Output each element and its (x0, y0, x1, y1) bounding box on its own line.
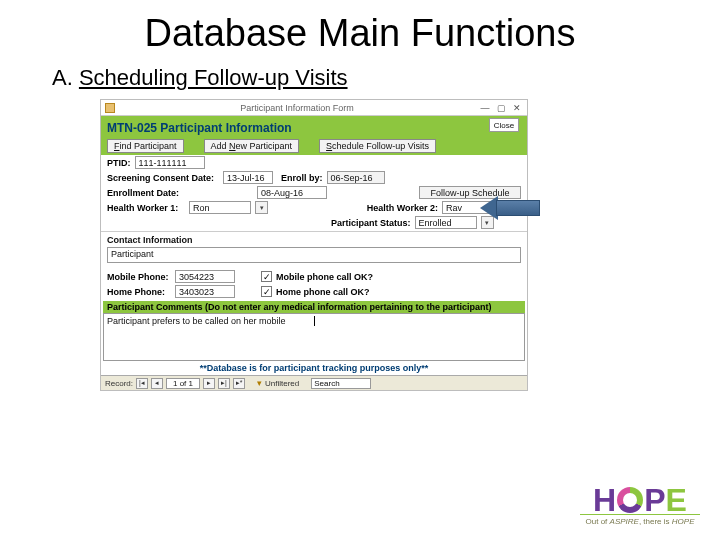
slide-title: Database Main Functions (0, 12, 720, 55)
filter-status[interactable]: Unfiltered (265, 379, 299, 388)
home-label: Home Phone: (107, 287, 171, 297)
hw1-label: Health Worker 1: (107, 203, 185, 213)
form-icon (105, 103, 115, 113)
section-prefix: A. (52, 65, 79, 90)
last-record-button[interactable]: ▸| (218, 378, 230, 389)
form-body: PTID: 111-111111 Screening Consent Date:… (101, 155, 527, 390)
filter-icon: ▾ (257, 378, 262, 388)
enrolldate-label: Enrollment Date: (107, 188, 219, 198)
minimize-icon[interactable]: — (479, 103, 491, 113)
footer-note: **Database is for participant tracking p… (101, 361, 527, 375)
comments-header: Participant Comments (Do not enter any m… (103, 301, 525, 313)
home-field[interactable]: 3403023 (175, 285, 235, 298)
window-titlebar: Participant Information Form — ▢ ✕ (101, 100, 527, 116)
schedule-label: chedule Follow-up Visits (332, 141, 429, 151)
prev-record-button[interactable]: ◂ (151, 378, 163, 389)
callout-arrow-icon (480, 196, 540, 220)
logo-letter-p: P (644, 484, 665, 516)
comments-textarea[interactable]: Participant prefers to be called on her … (103, 313, 525, 361)
app-window: Participant Information Form — ▢ ✕ MTN-0… (100, 99, 528, 391)
participant-name-field[interactable]: Participant (107, 247, 521, 263)
schedule-followup-button[interactable]: Schedule Follow-up Visits (319, 139, 436, 153)
form-header-title: MTN-025 Participant Information (107, 121, 292, 135)
mobile-field[interactable]: 3054223 (175, 270, 235, 283)
form-header: MTN-025 Participant Information Close Fi… (101, 116, 527, 155)
hope-logo: H P E Out of ASPIRE, there is HOPE (580, 484, 700, 526)
hw2-label: Health Worker 2: (367, 203, 438, 213)
add-new-participant-button[interactable]: Add New Participant (204, 139, 300, 153)
screening-label: Screening Consent Date: (107, 173, 219, 183)
search-input[interactable]: Search (311, 378, 371, 389)
maximize-icon[interactable]: ▢ (495, 103, 507, 113)
enrollby-label: Enroll by: (281, 173, 323, 183)
comments-text: Participant prefers to be called on her … (107, 316, 286, 326)
add-label: Add New Participant (211, 141, 293, 151)
record-navigator: Record: |◂ ◂ 1 of 1 ▸ ▸| ▸* ▾ Unfiltered… (101, 375, 527, 390)
enroll-date-field[interactable]: 08-Aug-16 (257, 186, 327, 199)
mobile-ok-label: Mobile phone call OK? (276, 272, 373, 282)
section-name: Scheduling Follow-up Visits (79, 65, 348, 90)
find-label: ind Participant (120, 141, 177, 151)
ptid-field[interactable]: 111-111111 (135, 156, 205, 169)
close-button[interactable]: Close (489, 118, 519, 132)
window-title: Participant Information Form (119, 103, 475, 113)
contact-info-header: Contact Information (101, 233, 527, 245)
chevron-down-icon[interactable]: ▾ (255, 201, 268, 214)
text-cursor (314, 316, 315, 326)
hw1-field[interactable]: Ron (189, 201, 251, 214)
next-record-button[interactable]: ▸ (203, 378, 215, 389)
logo-letter-h: H (593, 484, 616, 516)
logo-letter-e: E (666, 484, 687, 516)
home-ok-label: Home phone call OK? (276, 287, 370, 297)
screening-date-field[interactable]: 13-Jul-16 (223, 171, 273, 184)
divider (101, 231, 527, 232)
new-record-button[interactable]: ▸* (233, 378, 245, 389)
ptid-label: PTID: (107, 158, 131, 168)
find-participant-button[interactable]: Find Participant (107, 139, 184, 153)
mobile-label: Mobile Phone: (107, 272, 171, 282)
pstatus-label: Participant Status: (331, 218, 411, 228)
record-position: 1 of 1 (166, 378, 200, 389)
section-title: A. Scheduling Follow-up Visits (52, 65, 720, 91)
close-x-icon[interactable]: ✕ (511, 103, 523, 113)
pstatus-field[interactable]: Enrolled (415, 216, 477, 229)
home-ok-checkbox[interactable]: ✓ (261, 286, 272, 297)
record-label: Record: (105, 379, 133, 388)
logo-ring-icon (616, 486, 644, 514)
mobile-ok-checkbox[interactable]: ✓ (261, 271, 272, 282)
enrollby-field: 06-Sep-16 (327, 171, 385, 184)
first-record-button[interactable]: |◂ (136, 378, 148, 389)
